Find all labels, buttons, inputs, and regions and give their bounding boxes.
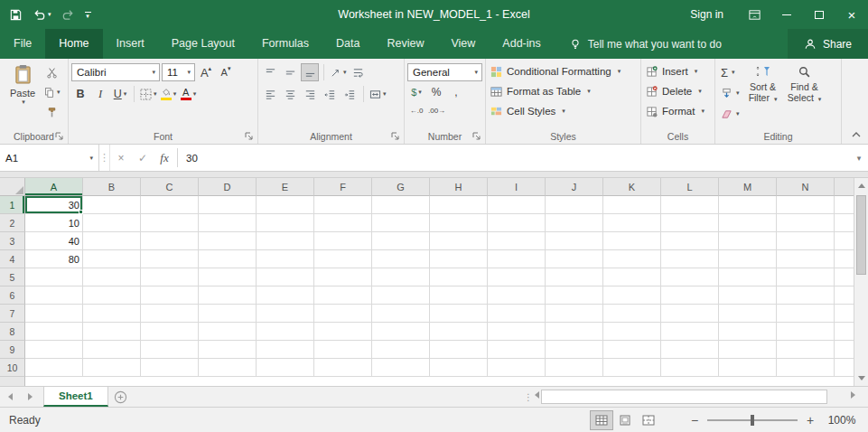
column-header-K[interactable]: K: [603, 178, 661, 196]
name-box[interactable]: A1 ▾: [0, 145, 99, 171]
cell-J1[interactable]: [546, 196, 603, 214]
cell-A2[interactable]: 10: [25, 214, 83, 232]
column-header-I[interactable]: I: [488, 178, 546, 196]
clipboard-dialog-launcher[interactable]: [54, 131, 64, 141]
cell-M4[interactable]: [719, 250, 777, 268]
cell-L1[interactable]: [661, 196, 719, 214]
cell-G9[interactable]: [372, 341, 430, 359]
formula-bar-handle[interactable]: ⋮: [99, 145, 110, 171]
align-left-button[interactable]: [261, 85, 279, 103]
decrease-font-size-button[interactable]: A▾: [217, 63, 235, 81]
cell-J4[interactable]: [546, 250, 603, 268]
row-header-5[interactable]: 5: [0, 268, 25, 286]
cell-I6[interactable]: [488, 286, 546, 305]
cell-K1[interactable]: [603, 196, 661, 214]
cell-B9[interactable]: [83, 341, 141, 359]
cell-E8[interactable]: [257, 323, 314, 341]
cell-E2[interactable]: [257, 214, 314, 232]
cell-A7[interactable]: [25, 305, 83, 323]
cell-I10[interactable]: [488, 359, 546, 377]
cell-M10[interactable]: [719, 359, 777, 377]
vertical-scrollbar[interactable]: [854, 178, 868, 386]
cell-B4[interactable]: [83, 250, 141, 268]
next-sheet-button[interactable]: [20, 387, 40, 407]
borders-button[interactable]: ▾: [139, 85, 158, 103]
new-sheet-button[interactable]: [108, 387, 134, 407]
column-header-C[interactable]: C: [141, 178, 199, 196]
row-header-4[interactable]: 4: [0, 250, 25, 268]
percent-style-button[interactable]: %: [427, 83, 445, 101]
cell-B7[interactable]: [83, 305, 141, 323]
cell-J6[interactable]: [546, 286, 603, 305]
cell-D6[interactable]: [199, 286, 257, 305]
cell-E9[interactable]: [257, 341, 314, 359]
cell-K3[interactable]: [603, 232, 661, 250]
cell-C10[interactable]: [141, 359, 199, 377]
cell-C8[interactable]: [141, 323, 199, 341]
find-select-button[interactable]: Find & Select ▾: [784, 61, 826, 128]
cell-E5[interactable]: [257, 268, 314, 286]
scroll-right-button[interactable]: [851, 387, 855, 402]
vertical-scroll-track[interactable]: [854, 193, 868, 371]
row-header-3[interactable]: 3: [0, 232, 25, 250]
cell-K4[interactable]: [603, 250, 661, 268]
orientation-button[interactable]: ▾: [329, 63, 348, 81]
sign-in-button[interactable]: Sign in: [676, 8, 738, 21]
tab-scroll-handle[interactable]: ⋮: [522, 387, 535, 407]
cell-D1[interactable]: [199, 196, 257, 214]
cell-J3[interactable]: [546, 232, 603, 250]
customize-quick-access-button[interactable]: ▾: [85, 12, 91, 18]
paste-button[interactable]: Paste ▾: [3, 61, 42, 128]
column-header-F[interactable]: F: [314, 178, 372, 196]
tab-page-layout[interactable]: Page Layout: [158, 29, 248, 59]
cell-D8[interactable]: [199, 323, 257, 341]
cell-I4[interactable]: [488, 250, 546, 268]
zoom-level[interactable]: 100%: [821, 414, 863, 427]
cell-B6[interactable]: [83, 286, 141, 305]
cell-H9[interactable]: [430, 341, 488, 359]
cell-N8[interactable]: [777, 323, 835, 341]
close-button[interactable]: ×: [835, 0, 868, 29]
cell-K2[interactable]: [603, 214, 661, 232]
cell-E7[interactable]: [257, 305, 314, 323]
cell-A1[interactable]: 30: [25, 196, 83, 214]
cell-K8[interactable]: [603, 323, 661, 341]
cell-N1[interactable]: [777, 196, 835, 214]
cell-B2[interactable]: [83, 214, 141, 232]
zoom-in-button[interactable]: +: [799, 413, 821, 427]
cell-F4[interactable]: [314, 250, 372, 268]
decrease-indent-button[interactable]: [321, 85, 339, 103]
cell-L10[interactable]: [661, 359, 719, 377]
horizontal-scrollbar[interactable]: [535, 387, 855, 407]
cell-F7[interactable]: [314, 305, 372, 323]
clear-button[interactable]: ▾: [718, 104, 742, 124]
column-header-J[interactable]: J: [546, 178, 603, 196]
cell-J8[interactable]: [546, 323, 603, 341]
cell-N3[interactable]: [777, 232, 835, 250]
cell-H2[interactable]: [430, 214, 488, 232]
cell-J9[interactable]: [546, 341, 603, 359]
column-header-B[interactable]: B: [83, 178, 141, 196]
cell-H1[interactable]: [430, 196, 488, 214]
formula-input[interactable]: 30: [180, 145, 850, 171]
font-name-combo[interactable]: Calibri▾: [71, 63, 160, 81]
cell-G7[interactable]: [372, 305, 430, 323]
font-dialog-launcher[interactable]: [244, 131, 254, 141]
cell-M7[interactable]: [719, 305, 777, 323]
cell-I9[interactable]: [488, 341, 546, 359]
column-header-E[interactable]: E: [257, 178, 314, 196]
select-all-button[interactable]: [0, 178, 25, 196]
decrease-decimal-button[interactable]: .00→: [427, 102, 446, 120]
column-header-A[interactable]: A: [25, 178, 83, 196]
middle-align-button[interactable]: [281, 63, 299, 81]
cell-N2[interactable]: [777, 214, 835, 232]
cell-G8[interactable]: [372, 323, 430, 341]
cell-G4[interactable]: [372, 250, 430, 268]
cell-N7[interactable]: [777, 305, 835, 323]
cell-N10[interactable]: [777, 359, 835, 377]
cell-N4[interactable]: [777, 250, 835, 268]
cell-G3[interactable]: [372, 232, 430, 250]
cell-L7[interactable]: [661, 305, 719, 323]
cell-B1[interactable]: [83, 196, 141, 214]
tab-data[interactable]: Data: [322, 29, 373, 59]
